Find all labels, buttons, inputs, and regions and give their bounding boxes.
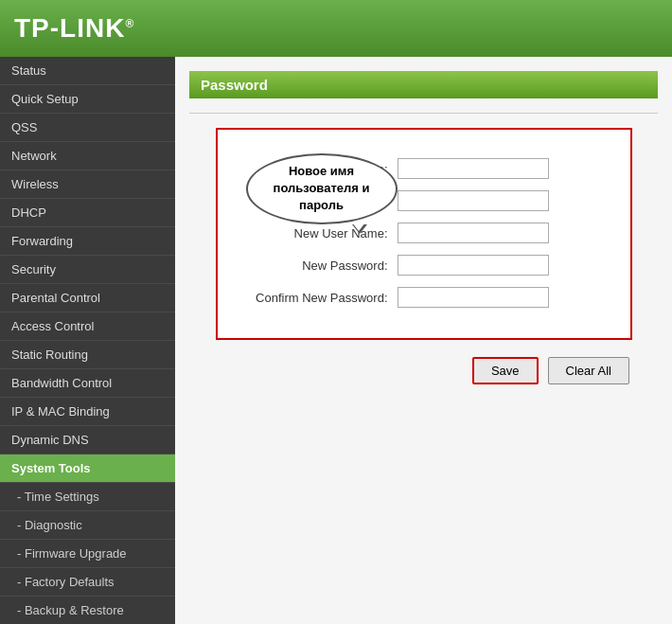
page-title: Password	[201, 77, 268, 93]
sidebar-item-parental-control[interactable]: Parental Control	[0, 284, 175, 312]
sidebar-item-ip-mac-binding[interactable]: IP & MAC Binding	[0, 398, 175, 426]
sidebar-item-time-settings[interactable]: - Time Settings	[0, 483, 175, 511]
new-password-input[interactable]	[398, 255, 549, 276]
logo-registered: ®	[125, 17, 134, 30]
sidebar-item-qss[interactable]: QSS	[0, 114, 175, 142]
divider	[189, 113, 658, 114]
sidebar-item-static-routing[interactable]: Static Routing	[0, 341, 175, 369]
main-content: Password Новое имя пользователя и пароль…	[175, 57, 672, 624]
header: TP-LINK®	[0, 0, 672, 57]
sidebar-item-dhcp[interactable]: DHCP	[0, 199, 175, 227]
page-title-bar: Password	[189, 71, 658, 98]
new-username-input[interactable]	[398, 223, 549, 243]
clear-all-button[interactable]: Clear All	[548, 357, 629, 384]
confirm-password-input[interactable]	[398, 287, 549, 308]
speech-bubble-text: Новое имя пользователя и пароль	[274, 164, 370, 212]
confirm-password-label: Confirm New Password:	[246, 291, 398, 305]
old-password-input[interactable]	[398, 190, 549, 211]
save-button[interactable]: Save	[472, 357, 539, 384]
sidebar-item-security[interactable]: Security	[0, 256, 175, 284]
logo-text: TP-LINK	[14, 13, 125, 43]
sidebar-item-diagnostic[interactable]: - Diagnostic	[0, 511, 175, 540]
new-username-label: New User Name:	[246, 226, 398, 241]
sidebar-item-quick-setup[interactable]: Quick Setup	[0, 85, 175, 114]
confirm-password-row: Confirm New Password:	[246, 287, 602, 308]
sidebar-item-system-tools[interactable]: System Tools	[0, 455, 175, 483]
new-username-row: New User Name:	[246, 223, 602, 243]
sidebar-item-network[interactable]: Network	[0, 142, 175, 170]
sidebar-item-factory-defaults[interactable]: - Factory Defaults	[0, 568, 175, 597]
sidebar-item-wireless[interactable]: Wireless	[0, 170, 175, 199]
sidebar: Status Quick Setup QSS Network Wireless …	[0, 57, 175, 624]
password-form: Новое имя пользователя и пароль Old User…	[216, 128, 632, 340]
old-username-input[interactable]	[398, 158, 549, 179]
logo: TP-LINK®	[14, 13, 134, 44]
new-password-label: New Password:	[246, 259, 398, 273]
new-password-row: New Password:	[246, 255, 602, 276]
sidebar-item-backup-restore[interactable]: - Backup & Restore	[0, 597, 175, 624]
layout: Status Quick Setup QSS Network Wireless …	[0, 57, 672, 624]
speech-bubble: Новое имя пользователя и пароль	[246, 153, 398, 224]
sidebar-item-access-control[interactable]: Access Control	[0, 312, 175, 341]
sidebar-item-bandwidth-control[interactable]: Bandwidth Control	[0, 369, 175, 398]
sidebar-item-firmware-upgrade[interactable]: - Firmware Upgrade	[0, 540, 175, 568]
sidebar-item-dynamic-dns[interactable]: Dynamic DNS	[0, 426, 175, 455]
buttons-area: Save Clear All	[189, 357, 658, 384]
sidebar-item-status[interactable]: Status	[0, 57, 175, 85]
sidebar-item-forwarding[interactable]: Forwarding	[0, 227, 175, 256]
